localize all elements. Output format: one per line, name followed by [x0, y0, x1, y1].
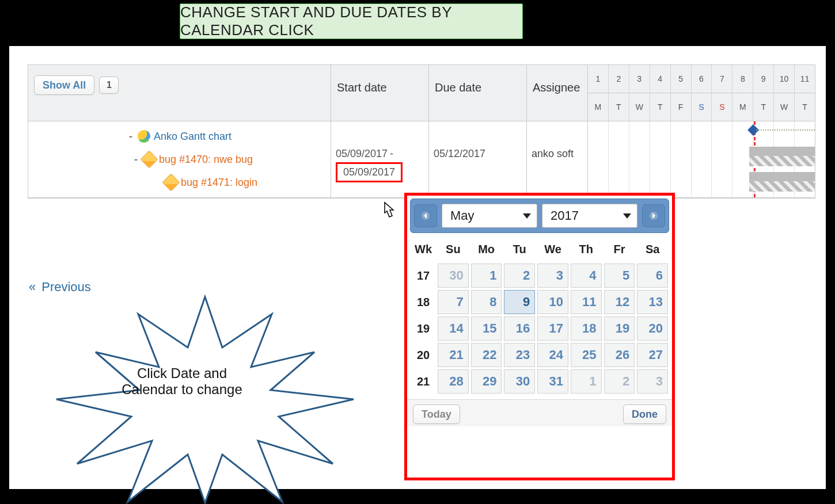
day-cell[interactable]: 30 [504, 369, 535, 394]
svg-marker-0 [56, 297, 354, 503]
tree-expander[interactable]: - [132, 154, 139, 166]
datepicker-week-row: 1914151617181920 [410, 315, 669, 342]
calendar-day-number: 1 [588, 65, 609, 93]
day-cell[interactable]: 10 [537, 290, 568, 314]
datepicker-dow-row: Wk Su Mo Tu We Th Fr Sa [410, 236, 669, 262]
calendar-weekday-label: T [795, 93, 815, 121]
day-cell[interactable]: 27 [637, 343, 668, 367]
calendar-weekday-label: T [609, 93, 629, 121]
calendar-weekday-label: W [774, 93, 795, 121]
prev-month-button[interactable] [414, 204, 437, 227]
calendar-weekday-label: W [629, 93, 650, 121]
dow-label: Th [570, 236, 603, 262]
day-cell[interactable]: 2 [604, 369, 635, 394]
day-cell[interactable]: 14 [438, 316, 469, 341]
day-cell[interactable]: 24 [537, 343, 568, 367]
day-cell[interactable]: 22 [471, 343, 502, 367]
day-cell[interactable]: 12 [604, 290, 635, 314]
dow-label: Mo [470, 236, 503, 262]
month-select[interactable]: May [442, 204, 537, 228]
assignee-value: anko soft [532, 148, 574, 160]
calendar-day-numbers: 1234567891011 [588, 65, 815, 93]
gantt-bar[interactable] [749, 156, 815, 166]
calendar-day-number: 7 [712, 65, 732, 93]
day-cell[interactable]: 25 [571, 343, 602, 367]
calendar-day-number: 3 [629, 65, 650, 93]
issue-link[interactable]: bug #1470: nwe bug [159, 154, 253, 166]
gantt-bar[interactable] [749, 181, 815, 192]
day-cell[interactable]: 11 [571, 290, 602, 314]
previous-link[interactable]: « Previous [29, 280, 91, 295]
calendar-weekday-label: T [650, 93, 671, 121]
due-date-value[interactable]: 05/12/2017 [434, 148, 485, 160]
day-cell[interactable]: 3 [637, 369, 668, 394]
day-cell[interactable]: 8 [471, 290, 502, 314]
day-cell[interactable]: 2 [504, 264, 535, 288]
day-cell[interactable]: 9 [504, 290, 535, 314]
day-cell[interactable]: 13 [637, 290, 668, 314]
calendar-day-number: 5 [671, 65, 692, 93]
day-cell[interactable]: 5 [604, 264, 635, 288]
day-cell[interactable]: 17 [537, 316, 568, 341]
start-date-value[interactable]: 05/09/2017 [336, 148, 388, 160]
calendar-day-number: 9 [753, 65, 774, 93]
day-cell[interactable]: 23 [504, 343, 535, 367]
week-number: 20 [410, 342, 437, 368]
gantt-header: Show All 1 Start date Due date Assignee … [28, 65, 815, 121]
day-cell[interactable]: 28 [438, 369, 469, 394]
day-cell[interactable]: 1 [571, 369, 602, 394]
dropdown-caret-icon [623, 213, 631, 219]
day-cell[interactable]: 30 [438, 264, 469, 288]
day-cell[interactable]: 4 [571, 264, 602, 288]
start-date-value[interactable]: 05/09/2017 [343, 166, 395, 178]
dow-label: Sa [636, 236, 669, 262]
datepicker-week-row: 1878910111213 [410, 289, 669, 315]
dropdown-caret-icon [523, 213, 531, 219]
calendar-weekday-label: S [712, 93, 732, 121]
datepicker-grid: Wk Su Mo Tu We Th Fr Sa 1730123456187891… [407, 236, 672, 399]
calendar-weekday-label: M [732, 93, 753, 121]
issue-icon [140, 150, 158, 168]
calendar-weekday-label: T [753, 93, 774, 121]
datepicker-header: May 2017 [410, 198, 669, 233]
day-cell[interactable]: 15 [471, 316, 502, 341]
day-cell[interactable]: 26 [604, 343, 635, 367]
column-assignee: Assignee [527, 65, 587, 94]
day-cell[interactable]: 16 [504, 316, 535, 341]
callout-star [44, 293, 366, 504]
datepicker-week-row: 2128293031123 [410, 368, 669, 395]
day-cell[interactable]: 19 [604, 316, 635, 341]
year-select[interactable]: 2017 [542, 204, 637, 228]
day-cell[interactable]: 31 [537, 369, 568, 394]
day-cell[interactable]: 20 [637, 316, 668, 341]
done-button[interactable]: Done [623, 404, 666, 424]
page-number-button[interactable]: 1 [99, 77, 119, 94]
week-number: 17 [410, 262, 437, 289]
day-cell[interactable]: 21 [438, 343, 469, 367]
day-cell[interactable]: 6 [637, 264, 668, 288]
previous-label: Previous [41, 280, 91, 295]
day-cell[interactable]: 29 [471, 369, 502, 394]
calendar-weekday-labels: MTWTFSSMTWT [588, 93, 815, 121]
today-button[interactable]: Today [413, 404, 460, 424]
project-link[interactable]: Anko Gantt chart [154, 131, 231, 143]
datepicker-week-row: 1730123456 [410, 262, 669, 289]
day-cell[interactable]: 7 [438, 290, 469, 314]
tree-expander[interactable]: - [127, 131, 134, 143]
project-icon [138, 130, 150, 143]
app-panel: Show All 1 Start date Due date Assignee … [9, 46, 826, 489]
day-cell[interactable]: 1 [471, 264, 502, 288]
calendar-weekday-label: M [588, 93, 609, 121]
show-all-button[interactable]: Show All [34, 75, 94, 95]
column-due-date: Due date [429, 65, 526, 94]
datepicker-week-row: 2021222324252627 [410, 342, 669, 368]
day-cell[interactable]: 3 [537, 264, 568, 288]
dow-label: Su [437, 236, 470, 262]
next-month-button[interactable] [642, 204, 665, 227]
issue-icon [162, 173, 180, 191]
dow-label: Tu [503, 236, 536, 262]
calendar-day-number: 4 [650, 65, 671, 93]
pointer-cursor-icon [378, 201, 397, 224]
day-cell[interactable]: 18 [571, 316, 602, 341]
issue-link[interactable]: bug #1471: login [181, 177, 257, 189]
